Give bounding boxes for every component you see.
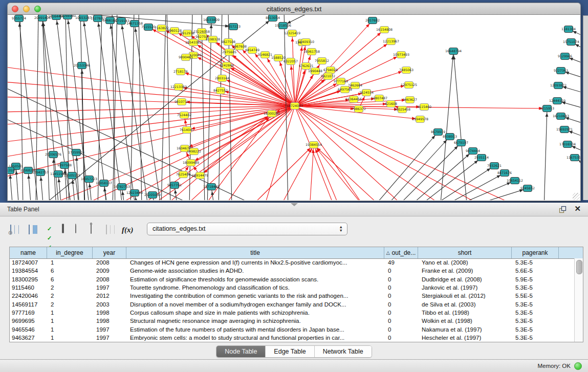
split-handle[interactable] xyxy=(291,203,298,206)
table-cell[interactable]: 1998 xyxy=(93,310,126,316)
table-cell[interactable]: Estimation of the future numbers of pati… xyxy=(126,326,384,333)
table-cell[interactable]: Dudbridge et al. (2008) xyxy=(418,276,512,282)
table-row[interactable]: 977716911998Corpus callosum shape and si… xyxy=(10,309,575,317)
network-canvas[interactable]: 1872400718300295193845547163822896012889… xyxy=(8,15,580,200)
table-cell[interactable]: 2012 xyxy=(93,293,126,299)
table-cell[interactable]: de Silva et al. (2003) xyxy=(418,301,512,308)
table-cell[interactable]: Corpus callosum shape and size in male p… xyxy=(126,310,384,316)
table-row[interactable]: 2242004622012Investigating the contribut… xyxy=(10,292,575,300)
table-cell[interactable]: 5.3E-5 xyxy=(512,285,559,291)
delete-rows-icon[interactable] xyxy=(91,225,105,239)
table-row[interactable]: 946362711997Embryonic stem cells: a mode… xyxy=(10,334,575,342)
function-icon[interactable]: f(x) xyxy=(122,225,136,239)
table-cell[interactable]: 5.6E-5 xyxy=(512,268,559,274)
table-cell[interactable]: 2003 xyxy=(93,301,126,308)
table-cell[interactable]: 1 xyxy=(47,259,93,266)
table-cell[interactable]: Tibbo et al. (1998) xyxy=(418,310,512,316)
table-row[interactable]: 1938455462009Genome-wide association stu… xyxy=(10,267,575,275)
table-cell[interactable]: 5.3E-5 xyxy=(512,310,559,316)
table-row[interactable]: 1872400712008Changes of HCN gene express… xyxy=(10,258,575,267)
table-cell[interactable]: Tourette syndrome. Phenomenology and cla… xyxy=(126,285,384,291)
table-cell[interactable]: Disruption of a novel member of a sodium… xyxy=(126,301,384,308)
table-cell[interactable]: 6 xyxy=(47,276,93,282)
column-header-pagerank[interactable]: pagerank xyxy=(512,247,559,258)
table-cell[interactable]: 2008 xyxy=(93,259,126,266)
table-cell[interactable]: Stergiakouli et al. (2012) xyxy=(418,293,512,299)
table-cell[interactable]: Changes of HCN gene expression and I(f) … xyxy=(126,259,384,266)
table-cell[interactable]: 9463627 xyxy=(10,335,47,341)
column-header-in_degree[interactable]: in_degree xyxy=(47,247,93,258)
table-cell[interactable]: 1997 xyxy=(93,335,126,341)
column-header-title[interactable]: title xyxy=(126,247,384,258)
table-cell[interactable]: 0 xyxy=(384,268,418,274)
table-cell[interactable]: 5.3E-5 xyxy=(512,318,559,324)
table-cell[interactable]: 22420046 xyxy=(10,293,47,299)
table-cell[interactable]: Embryonic stem cells: a model to study s… xyxy=(126,335,384,341)
close-panel-icon[interactable]: ✕ xyxy=(574,204,581,213)
vertical-scrollbar[interactable] xyxy=(574,258,583,342)
table-cell[interactable]: 5.3E-5 xyxy=(512,335,559,341)
table-cell[interactable]: 19384554 xyxy=(10,268,47,274)
scrollbar-thumb[interactable] xyxy=(576,260,582,274)
table-cell[interactable]: 0 xyxy=(384,326,418,333)
table-cell[interactable]: Structural magnetic resonance image aver… xyxy=(126,318,384,324)
column-header-out_de[interactable]: △out_de... xyxy=(384,247,418,258)
table-cell[interactable]: 14569117 xyxy=(10,301,47,308)
collapsed-side-panel[interactable] xyxy=(583,15,588,200)
table-cell[interactable]: 0 xyxy=(384,301,418,308)
table-cell[interactable]: Nakamura et al. (1997) xyxy=(418,326,512,333)
table-row[interactable]: 1830029562008Estimation of significance … xyxy=(10,275,575,283)
table-cell[interactable]: Genome-wide association studies in ADHD. xyxy=(126,268,384,274)
table-row[interactable]: 1456911722003Disruption of a novel membe… xyxy=(10,300,575,308)
table-cell[interactable]: Hescheler et al. (1997) xyxy=(418,335,512,341)
float-panel-icon[interactable] xyxy=(559,206,567,213)
tab-edge-table[interactable]: Edge Table xyxy=(266,346,314,357)
table-cell[interactable]: 18724007 xyxy=(10,259,47,266)
table-cell[interactable]: 49 xyxy=(384,259,418,266)
table-cell[interactable]: 1 xyxy=(47,326,93,333)
table-cell[interactable]: Franke et al. (2009) xyxy=(418,268,512,274)
select-all-icon[interactable]: ✓✓✓ xyxy=(47,224,61,238)
table-cell[interactable]: 0 xyxy=(384,276,418,282)
table-column-icon[interactable] xyxy=(29,225,43,239)
table-cell[interactable]: 18300295 xyxy=(10,276,47,282)
row-options-icon[interactable] xyxy=(62,224,76,238)
table-cell[interactable]: Jankovic et al. (1997) xyxy=(418,285,512,291)
tab-node-table[interactable]: Node Table xyxy=(216,346,266,357)
table-cell[interactable]: 1998 xyxy=(93,318,126,324)
column-header-name[interactable]: name xyxy=(10,247,47,258)
table-cell[interactable]: 5.5E-5 xyxy=(512,293,559,299)
table-selector-dropdown[interactable]: citations_edges.txt ▲▼ xyxy=(147,223,347,235)
table-cell[interactable]: 5.3E-5 xyxy=(512,301,559,308)
table-cell[interactable]: 9115460 xyxy=(10,285,47,291)
table-cell[interactable]: 1997 xyxy=(93,285,126,291)
new-table-icon[interactable] xyxy=(75,224,90,238)
table-cell[interactable]: 5.9E-5 xyxy=(512,276,559,282)
table-cell[interactable]: 1 xyxy=(47,310,93,316)
table-cell[interactable]: 9699695 xyxy=(10,318,47,324)
table-row[interactable]: 911546021997Tourette syndrome. Phenomeno… xyxy=(10,283,575,292)
table-row[interactable]: 946554611997Estimation of the future num… xyxy=(10,325,575,333)
table-cell[interactable]: 2 xyxy=(47,293,93,299)
resize-grip[interactable] xyxy=(573,193,580,200)
table-cell[interactable]: 0 xyxy=(384,318,418,324)
column-header-year[interactable]: year xyxy=(93,247,126,258)
network-view[interactable]: 1872400718300295193845547163822896012889… xyxy=(7,15,581,201)
table-cell[interactable]: 0 xyxy=(384,285,418,291)
table-cell[interactable]: 0 xyxy=(384,293,418,299)
table-cell[interactable]: 5.3E-5 xyxy=(512,259,559,266)
table-row[interactable]: 969969511998Structural magnetic resonanc… xyxy=(10,317,575,325)
column-header-short[interactable]: short xyxy=(418,247,512,258)
table-cell[interactable]: 6 xyxy=(47,268,93,274)
table-cell[interactable]: Estimation of significance thresholds fo… xyxy=(126,276,384,282)
table-cell[interactable]: 5.3E-5 xyxy=(512,326,559,333)
tab-network-table[interactable]: Network Table xyxy=(315,346,372,357)
table-cell[interactable]: 2009 xyxy=(93,268,126,274)
table-cell[interactable]: Yano et al. (2008) xyxy=(418,259,512,266)
table-cell[interactable]: 2 xyxy=(47,285,93,291)
window-titlebar[interactable]: citations_edges.txt xyxy=(7,3,581,15)
table-cell[interactable]: 9465546 xyxy=(10,326,47,333)
table-cell[interactable]: 2 xyxy=(47,301,93,308)
table-cell[interactable]: 1997 xyxy=(93,326,126,333)
table-cell[interactable]: 1 xyxy=(47,318,93,324)
